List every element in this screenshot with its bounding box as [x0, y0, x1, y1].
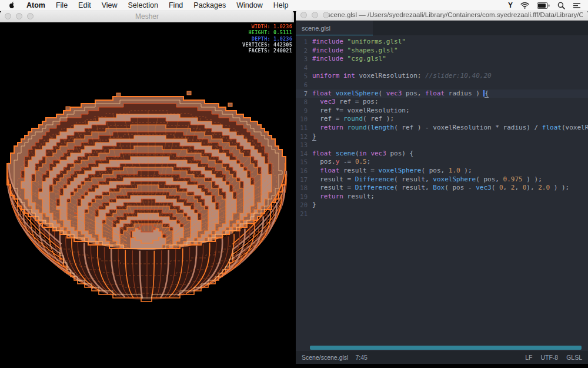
- apple-menu-icon[interactable]: [0, 1, 21, 9]
- notification-list-icon[interactable]: [573, 2, 581, 9]
- gutter-line-number: 1: [296, 38, 308, 47]
- code-line[interactable]: 21: [296, 210, 588, 218]
- code-line[interactable]: 10 ref = round( ref );: [296, 115, 588, 124]
- code-line[interactable]: 3#include "csg.glsl": [296, 55, 588, 64]
- code-line[interactable]: 1#include "uniforms.glsl": [296, 38, 588, 47]
- code-text: #include "uniforms.glsl": [312, 38, 588, 47]
- zoom-window-button[interactable]: [27, 13, 34, 19]
- code-text: [312, 210, 588, 218]
- code-line[interactable]: 9 ref *= voxelResolution;: [296, 107, 588, 115]
- menu-item-atom[interactable]: Atom: [21, 0, 51, 11]
- code-text: result = Difference( result, voxelSphere…: [312, 175, 588, 184]
- yoink-icon[interactable]: Y: [508, 0, 513, 11]
- editor-window: scene.glsl — /Users/syedrezaali/Library/…: [296, 9, 588, 364]
- gutter-line-number: 17: [296, 175, 308, 184]
- code-line[interactable]: 11 return round(length( ref ) - voxelRes…: [296, 124, 588, 132]
- menu-item-help[interactable]: Help: [268, 1, 294, 9]
- code-line[interactable]: 17 result = Difference( result, voxelSph…: [296, 175, 588, 184]
- gutter-line-number: 20: [296, 201, 308, 210]
- code-line[interactable]: 18 result = Difference( result, Box( pos…: [296, 184, 588, 193]
- menu-item-file[interactable]: File: [51, 1, 73, 9]
- code-text: }: [312, 201, 588, 210]
- battery-icon[interactable]: [537, 2, 550, 9]
- code-text: #include "shapes.glsl": [312, 47, 588, 55]
- minimize-window-button[interactable]: [312, 12, 318, 18]
- spotlight-search-icon[interactable]: [557, 2, 565, 9]
- gutter-line-number: 3: [296, 55, 308, 64]
- tab-scene-glsl[interactable]: scene.glsl: [296, 21, 373, 36]
- close-window-button[interactable]: [300, 12, 307, 18]
- stat-height: HEIGHT: 0.5111: [242, 29, 292, 35]
- code-line[interactable]: 8 vec3 ref = pos;: [296, 98, 588, 107]
- gutter-line-number: 2: [296, 47, 308, 55]
- gutter-line-number: 4: [296, 64, 308, 72]
- code-line[interactable]: 5uniform int voxelResolution; //slider:1…: [296, 72, 588, 81]
- code-text: uniform int voxelResolution; //slider:10…: [312, 72, 588, 81]
- code-line[interactable]: 4: [296, 64, 588, 72]
- menu-item-find[interactable]: Find: [163, 1, 188, 9]
- window-title: Mesher: [135, 12, 159, 21]
- code-line[interactable]: 13: [296, 141, 588, 150]
- status-utf-8[interactable]: UTF-8: [540, 354, 558, 361]
- gutter-line-number: 19: [296, 193, 308, 201]
- code-line[interactable]: 19 return result;: [296, 193, 588, 201]
- code-line[interactable]: 16 float result = voxelSphere( pos, 1.0 …: [296, 167, 588, 175]
- mesh-stats: WIDTH: 1.0236HEIGHT: 0.5111DEPTH: 1.0236…: [242, 24, 292, 54]
- menu-item-packages[interactable]: Packages: [188, 1, 231, 9]
- gutter-line-number: 16: [296, 167, 308, 175]
- code-line[interactable]: 6: [296, 81, 588, 89]
- close-window-button[interactable]: [5, 13, 11, 19]
- code-text: }: [312, 132, 588, 141]
- code-line[interactable]: 2#include "shapes.glsl": [296, 47, 588, 55]
- gutter-line-number: 13: [296, 141, 308, 150]
- mesh-canvas[interactable]: [0, 22, 294, 368]
- code-text: vec3 ref = pos;: [312, 98, 588, 107]
- mesher-window: Mesher WIDTH: 1.0236HEIGHT: 0.5111DEPTH:…: [0, 11, 294, 368]
- menu-item-window[interactable]: Window: [231, 1, 268, 9]
- horizontal-scrollbar[interactable]: [310, 346, 582, 350]
- stat-facets: FACETS: 240021: [242, 48, 292, 54]
- code-line[interactable]: 7float voxelSphere( vec3 pos, float radi…: [296, 89, 588, 98]
- status-glsl[interactable]: GLSL: [566, 354, 582, 361]
- code-editor[interactable]: 1#include "uniforms.glsl"2#include "shap…: [296, 35, 588, 351]
- status-lf[interactable]: LF: [525, 354, 532, 361]
- zoom-window-button[interactable]: [323, 12, 329, 18]
- code-text: [312, 81, 588, 89]
- code-text: [312, 64, 588, 72]
- mesh-viewport: WIDTH: 1.0236HEIGHT: 0.5111DEPTH: 1.0236…: [0, 22, 294, 368]
- cursor-position[interactable]: 7:45: [355, 354, 367, 361]
- status-bar: Scene/scene.glsl 7:45 LFUTF-8GLSL: [296, 351, 588, 364]
- gutter-line-number: 14: [296, 150, 308, 158]
- window-title: scene.glsl — /Users/syedrezaali/Library/…: [327, 11, 583, 18]
- gutter-line-number: 10: [296, 115, 308, 124]
- gutter-line-number: 21: [296, 210, 308, 218]
- gutter-line-number: 9: [296, 107, 308, 115]
- menu-item-view[interactable]: View: [96, 1, 123, 9]
- gutter-line-number: 7: [296, 89, 308, 98]
- code-line[interactable]: 15 pos.y -= 0.5;: [296, 158, 588, 167]
- menu-item-selection[interactable]: Selection: [123, 1, 163, 9]
- stat-width: WIDTH: 1.0236: [242, 24, 292, 29]
- gutter-line-number: 15: [296, 158, 308, 167]
- code-text: pos.y -= 0.5;: [312, 158, 588, 167]
- code-text: return result;: [312, 193, 588, 201]
- gutter-line-number: 18: [296, 184, 308, 193]
- code-text: float voxelSphere( vec3 pos, float radiu…: [312, 89, 588, 98]
- wifi-icon[interactable]: [520, 2, 529, 9]
- code-line[interactable]: 20}: [296, 201, 588, 210]
- code-text: return round(length( ref ) - voxelResolu…: [312, 124, 588, 132]
- code-line[interactable]: 12}: [296, 132, 588, 141]
- gutter-line-number: 8: [296, 98, 308, 107]
- code-text: float scene(in vec3 pos) {: [312, 150, 588, 158]
- mesher-title-bar[interactable]: Mesher: [0, 11, 294, 22]
- minimize-window-button[interactable]: [16, 13, 22, 19]
- gutter-line-number: 11: [296, 124, 308, 132]
- code-text: result = Difference( result, Box( pos - …: [312, 184, 588, 193]
- tab-bar: scene.glsl: [296, 21, 588, 36]
- menu-item-edit[interactable]: Edit: [73, 1, 96, 9]
- menu-bar: Atom FileEditViewSelectionFindPackagesWi…: [0, 0, 588, 11]
- stat-vertices: VERTICES: 442305: [242, 42, 292, 48]
- file-path: Scene/scene.glsl: [302, 354, 348, 361]
- code-line[interactable]: 14float scene(in vec3 pos) {: [296, 150, 588, 158]
- code-text: #include "csg.glsl": [312, 55, 588, 64]
